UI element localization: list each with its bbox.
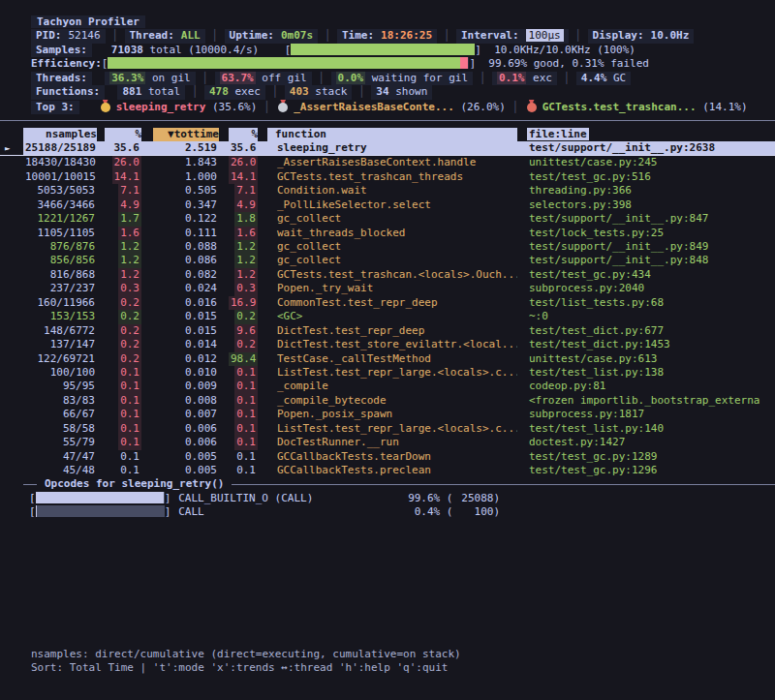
table-row[interactable]: ►153/1530.20.0150.2<GC>~:0: [0, 310, 775, 323]
function-cell: DictTest.test_repr_deep: [267, 324, 517, 338]
pct-direct-cell: 14.1: [105, 170, 141, 184]
header-file-line[interactable]: file:line: [527, 128, 765, 141]
pct-direct-cell: 0.1: [105, 464, 141, 477]
table-row[interactable]: ►137/1470.20.0140.2DictTest.test_store_e…: [0, 338, 775, 351]
table-row[interactable]: ►18430/1843026.01.84326.0_AssertRaisesBa…: [0, 156, 775, 169]
samples-bar: [291, 44, 475, 55]
pct-cumulative-cell: 0.1: [229, 436, 258, 449]
table-row[interactable]: ►45/480.10.0050.1GCCallbackTests.preclea…: [0, 464, 775, 477]
pct-direct-cell: 1.2: [105, 240, 141, 254]
function-cell: Popen._try_wait: [267, 282, 517, 295]
time-value: 18:26:25: [381, 29, 432, 42]
function-cell: _compile_bytecode: [267, 394, 517, 408]
pct-direct-cell: 0.1: [105, 366, 141, 380]
table-row[interactable]: ►148/67720.20.0159.6DictTest.test_repr_d…: [0, 324, 775, 338]
nsamples-cell: 122/69721: [23, 352, 97, 366]
samples-detail: total (10000.4/s): [150, 44, 260, 56]
function-cell: gc_collect: [267, 254, 517, 267]
tottime-cell: 0.082: [153, 268, 219, 282]
table-row[interactable]: ►10001/1001514.11.00014.1GCTests.test_tr…: [0, 170, 775, 184]
pid-label: PID:: [36, 29, 62, 42]
pct-direct-cell: 7.1: [105, 184, 141, 198]
pct-cumulative-cell: 0.2: [229, 310, 258, 323]
efficiency-line: Efficiency:[] 99.69% good, 0.31% failed: [0, 57, 775, 71]
table-row[interactable]: ►816/8681.20.0821.2GCTests.test_trashcan…: [0, 268, 775, 282]
pct-cumulative-cell: 7.1: [229, 184, 258, 198]
table-row[interactable]: ►25188/2518935.62.51935.6sleeping_retryt…: [0, 141, 775, 156]
table-row[interactable]: ►66/670.10.0070.1Popen._posix_spawnsubpr…: [0, 408, 775, 421]
header-function[interactable]: function: [267, 128, 517, 141]
uptime-value: 0m07s: [281, 29, 313, 42]
pct-direct-cell: 0.2: [105, 296, 141, 310]
table-row[interactable]: ►1105/11051.60.1111.6wait_threads_blocke…: [0, 227, 775, 240]
pct-cumulative-cell: 0.1: [229, 366, 258, 380]
table-row[interactable]: ►160/119660.20.01616.9CommonTest.test_re…: [0, 296, 775, 310]
table-row[interactable]: ►58/580.10.0060.1ListTest.test_repr_larg…: [0, 422, 775, 436]
table-row[interactable]: ►237/2370.30.0240.3Popen._try_waitsubpro…: [0, 282, 775, 295]
function-cell: ListTest.test_repr_large.<locals>.c...: [267, 422, 517, 436]
pct-direct-cell: 1.7: [105, 212, 141, 226]
tottime-cell: 1.843: [153, 156, 219, 169]
table-row[interactable]: ►5053/50537.10.5057.1Condition.waitthrea…: [0, 184, 775, 198]
pct-cumulative-cell: 1.2: [229, 254, 258, 267]
tottime-cell: 0.505: [153, 184, 219, 198]
thread-value: ALL: [181, 29, 201, 42]
pct-cumulative-cell: 98.4: [229, 352, 258, 366]
pid-value: 52146: [69, 29, 101, 42]
file-line-cell: test/test_list.py:140: [527, 422, 765, 436]
top3-function: GCTests.test_trashcan...: [542, 101, 697, 113]
table-row[interactable]: ►876/8761.20.0881.2gc_collecttest/suppor…: [0, 240, 775, 254]
table-row[interactable]: ►55/790.10.0060.1DocTestRunner.__rundoct…: [0, 436, 775, 449]
top2-pct: (26.0%): [460, 101, 505, 113]
header-tottime-sorted[interactable]: ▼tottime: [153, 128, 219, 141]
opcode-bar: [36, 492, 165, 503]
pct-direct-cell: 0.2: [105, 310, 141, 323]
pct-cumulative-cell: 1.8: [229, 212, 258, 226]
opcode-row: []CALL_BUILTIN_O (CALL)99.6% ( 25088): [0, 492, 775, 505]
key-hints: Sort: Total Time | 't':mode 'x':trends ↔…: [31, 661, 448, 674]
file-line-cell: test/test_gc.py:1296: [527, 464, 765, 477]
table-row[interactable]: ►3466/34664.90.3474.9_PollLikeSelector.s…: [0, 198, 775, 212]
function-cell: GCCallbackTests.preclean: [267, 464, 517, 477]
table-row[interactable]: ►100/1000.10.0100.1ListTest.test_repr_la…: [0, 366, 775, 380]
table-row[interactable]: ►1221/12671.70.1221.8gc_collecttest/supp…: [0, 212, 775, 226]
header-nsamples[interactable]: nsamples: [23, 128, 97, 141]
file-line-cell: threading.py:366: [527, 184, 765, 198]
header-pct-cumulative[interactable]: %: [229, 128, 258, 141]
function-cell: wait_threads_blocked: [267, 227, 517, 240]
tottime-cell: 0.014: [153, 338, 219, 351]
profiler-terminal: Tachyon Profiler PID:52146 │ Thread:ALL …: [0, 0, 775, 700]
tottime-cell: 2.519: [153, 141, 219, 155]
functions-shown: 34 shown: [371, 85, 432, 99]
pct-direct-cell: 1.2: [105, 268, 141, 282]
nsamples-cell: 47/47: [23, 450, 97, 464]
pct-direct-cell: 0.2: [105, 338, 141, 351]
top2-function: _AssertRaisesBaseConte...: [294, 101, 454, 113]
table-row[interactable]: ►83/830.10.0080.1_compile_bytecode<froze…: [0, 394, 775, 408]
table-row[interactable]: ►95/950.10.0090.1_compilecodeop.py:81: [0, 380, 775, 393]
gil-on-segment: 36.3% on gil: [105, 72, 196, 85]
nsamples-cell: 10001/10015: [23, 170, 97, 184]
table-header: nsamples%▼tottime%functionfile:line: [0, 128, 775, 141]
file-line-cell: <frozen importlib._bootstrap_externa: [527, 394, 765, 408]
function-cell: Condition.wait: [267, 184, 517, 198]
file-line-cell: unittest/case.py:613: [527, 352, 765, 366]
tottime-cell: 0.005: [153, 450, 219, 464]
pct-direct-cell: 0.2: [105, 324, 141, 338]
header-pct-direct[interactable]: %: [105, 128, 141, 141]
exc-segment: 0.1% exc: [492, 72, 557, 85]
function-cell: gc_collect: [267, 240, 517, 254]
pct-direct-cell: 4.9: [105, 198, 141, 212]
nsamples-cell: 816/868: [23, 268, 97, 282]
pct-cumulative-cell: 0.1: [229, 422, 258, 436]
table-row[interactable]: ►122/697210.20.01298.4TestCase._callTest…: [0, 352, 775, 366]
table-row[interactable]: ►47/470.10.0050.1GCCallbackTests.tearDow…: [0, 450, 775, 464]
efficiency-bar: [108, 57, 469, 69]
app-title: Tachyon Profiler: [31, 15, 145, 28]
tottime-cell: 0.086: [153, 254, 219, 267]
pct-direct-cell: 1.2: [105, 254, 141, 267]
pct-cumulative-cell: 0.1: [229, 380, 258, 393]
table-row[interactable]: ►856/8561.20.0861.2gc_collecttest/suppor…: [0, 254, 775, 267]
pct-cumulative-cell: 0.1: [229, 464, 258, 477]
function-cell: DictTest.test_store_evilattr.<local...: [267, 338, 517, 351]
